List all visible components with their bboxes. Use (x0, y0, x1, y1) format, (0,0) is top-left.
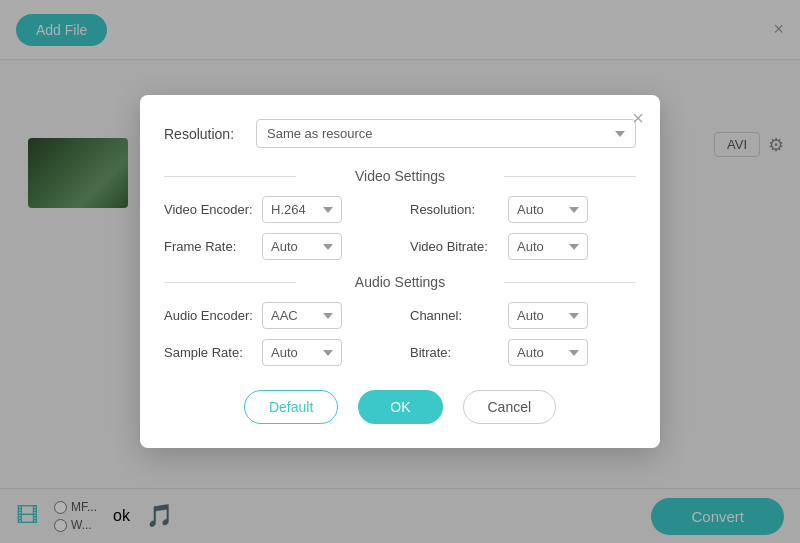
resolution-select[interactable]: Auto (508, 196, 588, 223)
channel-row: Channel: Auto (410, 302, 636, 329)
video-bitrate-label: Video Bitrate: (410, 239, 500, 254)
default-button[interactable]: Default (244, 390, 338, 424)
app-window: Add File × AVI ⚙ 🎞 MF... (0, 0, 800, 543)
resolution-row: Resolution: Auto (410, 196, 636, 223)
frame-rate-label: Frame Rate: (164, 239, 254, 254)
video-encoder-select[interactable]: H.264 (262, 196, 342, 223)
sample-rate-select[interactable]: Auto (262, 339, 342, 366)
resolution-top-label: Resolution: (164, 126, 244, 142)
video-bitrate-select[interactable]: Auto (508, 233, 588, 260)
channel-select[interactable]: Auto (508, 302, 588, 329)
modal-overlay: × Resolution: Same as resource Video Set… (0, 0, 800, 543)
video-encoder-label: Video Encoder: (164, 202, 254, 217)
video-bitrate-row: Video Bitrate: Auto (410, 233, 636, 260)
bitrate-select[interactable]: Auto (508, 339, 588, 366)
audio-encoder-select[interactable]: AAC (262, 302, 342, 329)
ok-button[interactable]: OK (358, 390, 442, 424)
dialog-buttons: Default OK Cancel (164, 390, 636, 424)
audio-encoder-label: Audio Encoder: (164, 308, 254, 323)
video-settings-header: Video Settings (164, 168, 636, 184)
bitrate-label: Bitrate: (410, 345, 500, 360)
resolution-label: Resolution: (410, 202, 500, 217)
channel-label: Channel: (410, 308, 500, 323)
audio-encoder-row: Audio Encoder: AAC (164, 302, 390, 329)
sample-rate-row: Sample Rate: Auto (164, 339, 390, 366)
audio-settings-grid: Audio Encoder: AAC Channel: Auto Sample … (164, 302, 636, 366)
bitrate-row: Bitrate: Auto (410, 339, 636, 366)
frame-rate-row: Frame Rate: Auto (164, 233, 390, 260)
dialog-close-button[interactable]: × (632, 107, 644, 130)
sample-rate-label: Sample Rate: (164, 345, 254, 360)
frame-rate-select[interactable]: Auto (262, 233, 342, 260)
resolution-top-select[interactable]: Same as resource (256, 119, 636, 148)
settings-dialog: × Resolution: Same as resource Video Set… (140, 95, 660, 448)
audio-settings-header: Audio Settings (164, 274, 636, 290)
video-encoder-row: Video Encoder: H.264 (164, 196, 390, 223)
resolution-top-row: Resolution: Same as resource (164, 119, 636, 148)
cancel-button[interactable]: Cancel (463, 390, 557, 424)
video-settings-grid: Video Encoder: H.264 Resolution: Auto Fr… (164, 196, 636, 260)
